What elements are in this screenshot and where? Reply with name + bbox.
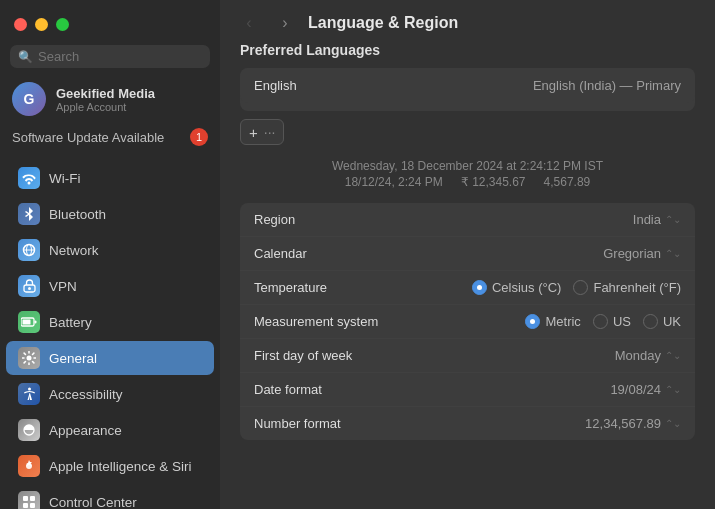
svg-rect-15 (30, 503, 35, 508)
svg-point-8 (27, 356, 32, 361)
page-title: Language & Region (308, 14, 458, 32)
celsius-label: Celsius (°C) (492, 280, 561, 295)
wifi-icon (18, 167, 40, 189)
uk-radio[interactable] (643, 314, 658, 329)
temperature-celsius-option[interactable]: Celsius (°C) (472, 280, 561, 295)
measurement-metric-option[interactable]: Metric (525, 314, 580, 329)
search-bar[interactable]: 🔍 (10, 45, 210, 68)
measurement-us-option[interactable]: US (593, 314, 631, 329)
sidebar-item-label: Apple Intelligence & Siri (49, 459, 192, 474)
chevron-updown-icon: ⌃⌄ (665, 214, 681, 225)
bluetooth-icon (18, 203, 40, 225)
maximize-button[interactable] (56, 18, 69, 31)
celsius-radio[interactable] (472, 280, 487, 295)
svg-rect-13 (30, 496, 35, 501)
title-bar: ‹ › Language & Region (220, 0, 715, 42)
metric-radio[interactable] (525, 314, 540, 329)
sidebar-item-appearance[interactable]: Appearance (6, 413, 214, 447)
search-input[interactable] (38, 49, 202, 64)
language-name: English (254, 78, 297, 93)
close-button[interactable] (14, 18, 27, 31)
user-profile[interactable]: G Geekified Media Apple Account (0, 76, 220, 122)
sidebar-item-label: Appearance (49, 423, 122, 438)
datetime-currency: ₹ 12,345.67 (461, 175, 526, 189)
sidebar-item-label: Network (49, 243, 99, 258)
first-day-label: First day of week (254, 348, 352, 363)
metric-label: Metric (545, 314, 580, 329)
calendar-label: Calendar (254, 246, 307, 261)
sidebar-item-vpn[interactable]: VPN (6, 269, 214, 303)
fahrenheit-radio[interactable] (573, 280, 588, 295)
datetime-date: 18/12/24, 2:24 PM (345, 175, 443, 189)
fahrenheit-label: Fahrenheit (°F) (593, 280, 681, 295)
datetime-line1: Wednesday, 18 December 2024 at 2:24:12 P… (240, 159, 695, 173)
sidebar-item-label: Wi-Fi (49, 171, 80, 186)
region-dropdown[interactable]: India ⌃⌄ (633, 212, 681, 227)
number-format-value: 12,34,567.89 (585, 416, 661, 431)
sidebar-item-label: Bluetooth (49, 207, 106, 222)
region-value: India (633, 212, 661, 227)
sidebar-item-ai[interactable]: Apple Intelligence & Siri (6, 449, 214, 483)
general-icon (18, 347, 40, 369)
chevron-updown-icon: ⌃⌄ (665, 350, 681, 361)
update-label: Software Update Available (12, 130, 164, 145)
sidebar-item-network[interactable]: Network (6, 233, 214, 267)
sidebar-item-wifi[interactable]: Wi-Fi (6, 161, 214, 195)
main-content: ‹ › Language & Region Preferred Language… (220, 0, 715, 509)
first-day-dropdown[interactable]: Monday ⌃⌄ (615, 348, 681, 363)
settings-row-number-format: Number format 12,34,567.89 ⌃⌄ (240, 407, 695, 440)
svg-rect-6 (35, 321, 37, 324)
add-language-bar[interactable]: + ··· (240, 119, 284, 145)
add-language-button[interactable]: + (249, 125, 258, 140)
temperature-radio-group: Celsius (°C) Fahrenheit (°F) (472, 280, 681, 295)
measurement-label: Measurement system (254, 314, 378, 329)
us-label: US (613, 314, 631, 329)
settings-row-date-format: Date format 19/08/24 ⌃⌄ (240, 373, 695, 407)
chevron-updown-icon: ⌃⌄ (665, 418, 681, 429)
add-ellipsis: ··· (264, 124, 276, 140)
sidebar-item-bluetooth[interactable]: Bluetooth (6, 197, 214, 231)
svg-rect-7 (23, 320, 31, 325)
appearance-icon (18, 419, 40, 441)
datetime-number: 4,567.89 (544, 175, 591, 189)
settings-block: Region India ⌃⌄ Calendar Gregorian ⌃⌄ Te… (240, 203, 695, 440)
chevron-updown-icon: ⌃⌄ (665, 248, 681, 259)
sidebar-item-label: VPN (49, 279, 77, 294)
svg-point-4 (28, 287, 31, 290)
svg-point-9 (28, 388, 31, 391)
sidebar-item-label: Accessibility (49, 387, 123, 402)
date-format-dropdown[interactable]: 19/08/24 ⌃⌄ (610, 382, 681, 397)
temperature-fahrenheit-option[interactable]: Fahrenheit (°F) (573, 280, 681, 295)
control-icon (18, 491, 40, 509)
svg-rect-14 (23, 503, 28, 508)
number-format-dropdown[interactable]: 12,34,567.89 ⌃⌄ (585, 416, 681, 431)
calendar-dropdown[interactable]: Gregorian ⌃⌄ (603, 246, 681, 261)
settings-row-measurement: Measurement system Metric US UK (240, 305, 695, 339)
network-icon (18, 239, 40, 261)
nav-forward-button[interactable]: › (272, 14, 298, 32)
sidebar: 🔍 G Geekified Media Apple Account Softwa… (0, 0, 220, 509)
language-row: English English (India) — Primary (240, 68, 695, 103)
minimize-button[interactable] (35, 18, 48, 31)
datetime-line2: 18/12/24, 2:24 PM ₹ 12,345.67 4,567.89 (240, 175, 695, 189)
user-name: Geekified Media (56, 86, 155, 101)
sidebar-item-battery[interactable]: Battery (6, 305, 214, 339)
user-sub: Apple Account (56, 101, 155, 113)
sidebar-item-label: Control Center (49, 495, 137, 510)
preferred-languages-header: Preferred Languages (240, 42, 695, 58)
uk-label: UK (663, 314, 681, 329)
traffic-lights (0, 8, 220, 39)
nav-back-button[interactable]: ‹ (236, 14, 262, 32)
sidebar-item-label: Battery (49, 315, 92, 330)
battery-icon (18, 311, 40, 333)
us-radio[interactable] (593, 314, 608, 329)
temperature-label: Temperature (254, 280, 327, 295)
measurement-radio-group: Metric US UK (525, 314, 681, 329)
measurement-uk-option[interactable]: UK (643, 314, 681, 329)
search-icon: 🔍 (18, 50, 33, 64)
svg-rect-12 (23, 496, 28, 501)
sidebar-item-accessibility[interactable]: Accessibility (6, 377, 214, 411)
sidebar-item-control[interactable]: Control Center (6, 485, 214, 509)
software-update-banner[interactable]: Software Update Available 1 (0, 122, 220, 152)
sidebar-item-general[interactable]: General (6, 341, 214, 375)
